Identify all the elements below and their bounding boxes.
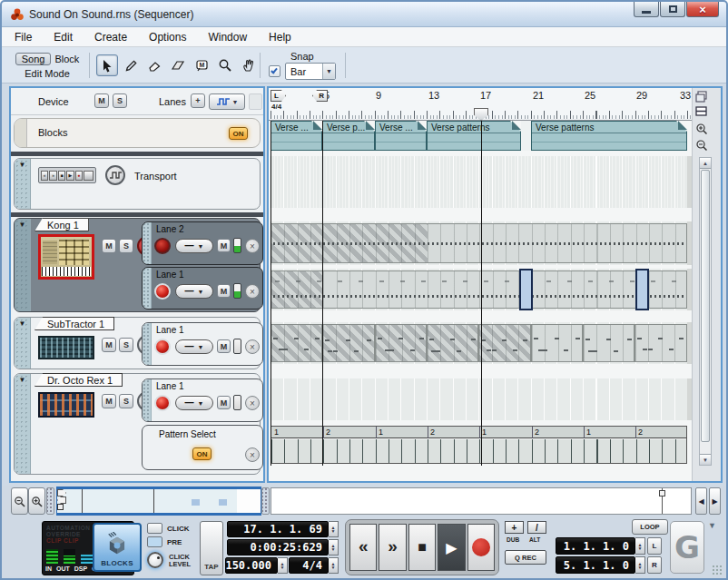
spin-down-icon[interactable]: ▼ bbox=[331, 529, 336, 533]
record-button[interactable] bbox=[467, 524, 495, 571]
kong-lane1-row[interactable] bbox=[269, 269, 687, 310]
lane-delete-button[interactable]: × bbox=[245, 339, 260, 354]
kong-lane-2[interactable]: Lane 2 —▼ M × bbox=[142, 221, 263, 265]
scroll-up-button[interactable]: ▲ bbox=[700, 158, 711, 169]
vertical-scrollbar[interactable]: ▲ ▼ bbox=[699, 157, 712, 466]
subtractor-mute-button[interactable]: M bbox=[102, 338, 116, 352]
mute-tool-button[interactable]: M bbox=[191, 54, 212, 76]
goto-right-locator-button[interactable]: R bbox=[647, 556, 662, 574]
lane-mute-button[interactable]: M bbox=[217, 239, 231, 252]
signature-spinner[interactable]: ▲▼ bbox=[329, 557, 339, 574]
time-signature-display[interactable]: 4/4 bbox=[289, 557, 329, 574]
tempo-display[interactable]: 150.000 bbox=[225, 557, 278, 574]
note-clip[interactable] bbox=[271, 223, 687, 263]
track-kong[interactable]: ▼ Kong 1 M S Lane 2 —▼ M × bbox=[14, 218, 261, 312]
lane-take-dropdown[interactable]: —▼ bbox=[175, 239, 213, 253]
collapse-tracks-icon[interactable] bbox=[695, 106, 709, 120]
menu-help[interactable]: Help bbox=[269, 31, 291, 44]
dub-button[interactable]: + bbox=[505, 521, 524, 534]
menu-create[interactable]: Create bbox=[94, 31, 127, 44]
right-locator-display[interactable]: 5. 1. 1. 0 bbox=[556, 556, 635, 574]
reason-logo-button[interactable]: G bbox=[670, 521, 704, 574]
lane-delete-button[interactable]: × bbox=[245, 447, 260, 462]
subtractor-device-thumbnail[interactable] bbox=[38, 336, 94, 359]
resize-grip[interactable] bbox=[712, 565, 723, 575]
blocks-on-button[interactable]: ON bbox=[229, 127, 248, 140]
razor-tool-button[interactable] bbox=[167, 54, 189, 76]
spin-down-icon[interactable]: ▼ bbox=[331, 547, 336, 551]
rex-solo-button[interactable]: S bbox=[119, 394, 133, 408]
kong-track-name-tab[interactable]: Kong 1 bbox=[34, 218, 89, 231]
goto-left-locator-button[interactable]: L bbox=[647, 537, 662, 555]
song-mode-button[interactable]: Song bbox=[15, 53, 52, 65]
time-display[interactable]: 0:00:25:629 bbox=[227, 539, 329, 555]
track-subtractor[interactable]: ▼ SubTractor 1 M S Lane 1 —▼ M × bbox=[14, 317, 261, 369]
note-clip[interactable] bbox=[427, 324, 478, 362]
click-level-knob[interactable] bbox=[147, 552, 163, 568]
rex-device-thumbnail[interactable] bbox=[38, 392, 94, 418]
blocks-track-row[interactable]: Blocks ON bbox=[14, 118, 261, 148]
eraser-tool-button[interactable] bbox=[143, 54, 165, 76]
kong-solo-button[interactable]: S bbox=[119, 239, 133, 253]
lane-mute-button[interactable]: M bbox=[217, 284, 231, 298]
note-clip[interactable] bbox=[375, 324, 427, 362]
lane-type-dropdown[interactable]: ▼ bbox=[209, 93, 245, 110]
rewind-button[interactable]: « bbox=[349, 524, 377, 571]
tap-tempo-button[interactable]: TAP bbox=[200, 521, 223, 575]
lane-record-arm-button[interactable] bbox=[154, 238, 171, 254]
transport-fold-icon[interactable]: ▼ bbox=[708, 521, 716, 530]
lane-take-dropdown[interactable]: —▼ bbox=[175, 339, 213, 354]
menu-edit[interactable]: Edit bbox=[54, 31, 73, 44]
hand-tool-button[interactable] bbox=[238, 54, 260, 76]
scroll-down-button[interactable]: ▼ bbox=[700, 454, 711, 465]
transport-row[interactable] bbox=[269, 156, 687, 208]
fast-forward-button[interactable]: » bbox=[379, 524, 406, 571]
scrollbar-thumb[interactable] bbox=[701, 170, 710, 442]
right-locator-spinner[interactable]: ▲▼ bbox=[635, 556, 645, 574]
block-mode-button[interactable]: Block bbox=[54, 54, 79, 64]
kong-lane-1[interactable]: Lane 1 —▼ M × bbox=[142, 267, 263, 310]
lane-delete-button[interactable]: × bbox=[245, 239, 260, 253]
overview-visible-range[interactable] bbox=[56, 487, 261, 516]
rex-track-strip[interactable]: ▼ bbox=[15, 374, 31, 474]
note-clip[interactable] bbox=[271, 270, 687, 309]
click-checkbox[interactable] bbox=[147, 523, 162, 534]
kong-lane2-row[interactable] bbox=[269, 221, 687, 265]
master-solo-button[interactable]: S bbox=[113, 93, 127, 108]
lane-take-dropdown[interactable]: —▼ bbox=[175, 284, 213, 299]
overview-zoom-in-button[interactable] bbox=[28, 487, 45, 515]
overview-left-handle[interactable] bbox=[46, 487, 54, 515]
note-clip[interactable] bbox=[322, 324, 375, 362]
rex-mute-button[interactable]: M bbox=[102, 394, 116, 408]
grid-toggle-button[interactable] bbox=[249, 93, 262, 110]
note-clip[interactable] bbox=[531, 324, 583, 362]
minimize-button[interactable] bbox=[634, 2, 659, 17]
subtractor-lane-1[interactable]: Lane 1 —▼ M × bbox=[142, 322, 263, 366]
time-spinner[interactable]: ▲▼ bbox=[329, 539, 339, 555]
add-lane-button[interactable]: + bbox=[191, 93, 205, 108]
snap-value-dropdown[interactable]: Bar ▼ bbox=[285, 63, 336, 80]
overview-song-area[interactable] bbox=[271, 487, 692, 515]
arrangement-rows[interactable]: Verse ... Verse p... Verse ... Verse pat… bbox=[269, 121, 692, 481]
blocks-clip-row[interactable]: Verse ... Verse p... Verse ... Verse pat… bbox=[269, 121, 687, 151]
collapse-icon[interactable]: ▼ bbox=[15, 219, 30, 231]
spin-down-icon[interactable]: ▼ bbox=[280, 565, 285, 569]
song-end-marker[interactable] bbox=[659, 490, 665, 496]
collapse-icon[interactable]: ▼ bbox=[15, 159, 30, 172]
song-position-display[interactable]: 17. 1. 1. 69 bbox=[227, 521, 329, 537]
timeline-ruler[interactable]: 5 9 13 17 21 25 29 33 L 4/4 R bbox=[269, 88, 692, 121]
pencil-tool-button[interactable] bbox=[120, 54, 142, 76]
menu-options[interactable]: Options bbox=[149, 31, 186, 44]
subtractor-track-name-tab[interactable]: SubTractor 1 bbox=[34, 317, 114, 330]
note-clip[interactable] bbox=[271, 324, 322, 362]
stop-button[interactable]: ■ bbox=[408, 524, 436, 571]
overview-zoom-out-button[interactable] bbox=[11, 487, 28, 515]
spin-down-icon[interactable]: ▼ bbox=[638, 565, 643, 569]
zoom-in-icon[interactable] bbox=[695, 123, 709, 136]
snap-checkbox[interactable] bbox=[269, 65, 280, 77]
left-locator-flag[interactable]: L bbox=[271, 90, 286, 102]
menu-window[interactable]: Window bbox=[208, 31, 247, 44]
block-clip[interactable]: Verse ... bbox=[271, 121, 322, 151]
selected-clip[interactable] bbox=[635, 269, 649, 310]
menu-file[interactable]: File bbox=[15, 31, 32, 44]
